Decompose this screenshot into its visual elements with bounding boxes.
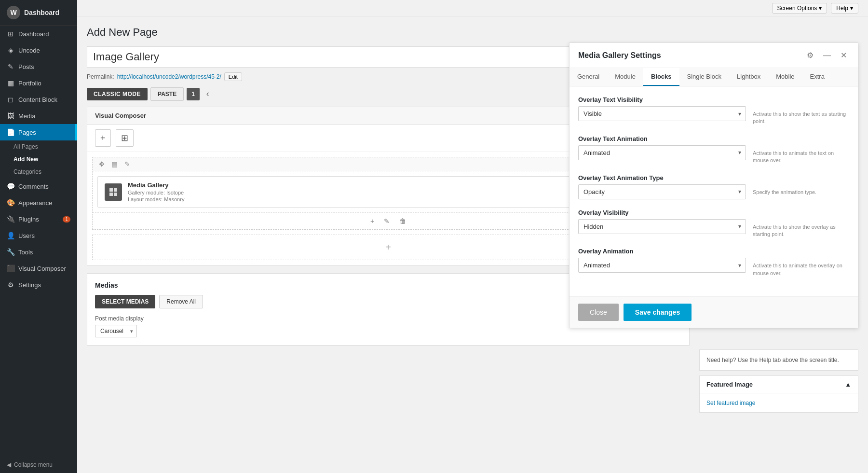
overlay-text-animation-select[interactable]: Animated None bbox=[578, 145, 746, 160]
sidebar-item-plugins[interactable]: 🔌 Plugins 1 bbox=[0, 211, 77, 227]
classic-mode-btn[interactable]: CLASSIC MODE bbox=[87, 88, 148, 100]
sidebar-item-comments[interactable]: 💬 Comments bbox=[0, 178, 77, 195]
collapse-menu-btn[interactable]: ◀ Collapse menu bbox=[0, 457, 77, 473]
svg-rect-2 bbox=[109, 193, 113, 196]
mgs-settings-icon-btn[interactable]: ⚙ bbox=[804, 50, 816, 61]
wp-logo-icon: W bbox=[7, 6, 20, 19]
mgs-minimize-btn[interactable]: — bbox=[821, 50, 833, 61]
sidebar-sub-categories[interactable]: Categories bbox=[0, 166, 77, 178]
sidebar-item-tools[interactable]: 🔧 Tools bbox=[0, 244, 77, 260]
paste-count-badge: 1 bbox=[187, 88, 200, 100]
page-heading: Add New Page bbox=[87, 26, 690, 39]
permalink-label: Permalink: bbox=[87, 73, 114, 80]
overlay-visibility-wrapper: Hidden Visible bbox=[578, 219, 746, 234]
mgs-tab-mobile[interactable]: Mobile bbox=[768, 68, 802, 86]
mgs-field-overlay-visibility: Overlay Visibility Hidden Visible Activa… bbox=[578, 209, 849, 238]
sidebar-item-visual-composer[interactable]: ⬛ Visual Composer bbox=[0, 260, 77, 277]
paste-btn[interactable]: PASTE bbox=[150, 87, 184, 101]
help-chevron-icon: ▾ bbox=[850, 5, 853, 12]
mgs-tab-blocks[interactable]: Blocks bbox=[643, 68, 679, 86]
post-media-display-dropdown[interactable]: Carousel Slider Grid bbox=[95, 325, 137, 337]
pages-icon: 📄 bbox=[7, 128, 14, 136]
sidebar-item-label: Content Block bbox=[18, 96, 57, 103]
sidebar-logo-label: Dashboard bbox=[24, 9, 59, 16]
right-sidebar: Media Gallery Settings ⚙ — ✕ bbox=[699, 26, 858, 463]
overlay-text-animation-hint: Activate this to animate the text on mou… bbox=[753, 135, 849, 165]
sidebar-item-label: Posts bbox=[18, 63, 34, 70]
sidebar-item-content-block[interactable]: ◻ Content Block bbox=[0, 91, 77, 108]
mgs-tab-module[interactable]: Module bbox=[607, 68, 643, 86]
overlay-text-animation-type-label: Overlay Text Animation Type bbox=[578, 174, 746, 181]
vc-col-add-btn[interactable]: + bbox=[367, 216, 377, 226]
vc-col-edit-btn[interactable]: ✎ bbox=[381, 216, 393, 226]
sidebar-item-users[interactable]: 👤 Users bbox=[0, 227, 77, 244]
mgs-field-overlay-text-animation: Overlay Text Animation Animated None Act… bbox=[578, 135, 849, 165]
media-icon: 🖼 bbox=[7, 112, 14, 120]
sidebar-item-uncode[interactable]: ◈ Uncode bbox=[0, 42, 77, 58]
vc-grid-btn[interactable]: ⊞ bbox=[116, 129, 134, 147]
vc-add-element-btn[interactable]: + bbox=[95, 129, 111, 147]
uncode-icon: ◈ bbox=[7, 46, 14, 54]
sidebar-item-settings[interactable]: ⚙ Settings bbox=[0, 277, 77, 293]
overlay-text-animation-type-select[interactable]: Opacity Slide Zoom bbox=[578, 184, 746, 199]
main-area: Screen Options ▾ Help ▾ Add New Page Per… bbox=[77, 0, 868, 473]
overlay-text-animation-type-hint: Specify the animation type. bbox=[753, 174, 849, 196]
mgs-tab-extra[interactable]: Extra bbox=[802, 68, 832, 86]
add-row-plus-icon: + bbox=[385, 242, 391, 253]
remove-all-btn[interactable]: Remove All bbox=[159, 295, 203, 308]
vc-element-title: Media Gallery bbox=[128, 181, 184, 189]
sidebar-item-dashboard[interactable]: ⊞ Dashboard bbox=[0, 26, 77, 42]
overlay-text-visibility-select[interactable]: Visible Hidden bbox=[578, 106, 746, 121]
help-panel-body: Need help? Use the Help tab above the sc… bbox=[700, 350, 858, 370]
mgs-close-btn[interactable]: Close bbox=[578, 304, 619, 321]
svg-rect-3 bbox=[114, 193, 117, 196]
help-panel: Need help? Use the Help tab above the sc… bbox=[699, 349, 858, 371]
vc-element-meta2: Layout modes: Masonry bbox=[128, 196, 184, 202]
permalink-link[interactable]: http://localhost/uncode2/wordpress/45-2/ bbox=[117, 73, 221, 80]
post-media-display-dropdown-wrapper: Carousel Slider Grid bbox=[95, 325, 137, 337]
mgs-tab-lightbox[interactable]: Lightbox bbox=[729, 68, 768, 86]
back-btn[interactable]: ‹ bbox=[203, 87, 213, 101]
sidebar-sub-add-new[interactable]: Add New bbox=[0, 153, 77, 166]
select-medias-btn[interactable]: SELECT MEDIAS bbox=[95, 295, 155, 308]
overlay-animation-label: Overlay Animation bbox=[578, 248, 746, 255]
help-btn[interactable]: Help ▾ bbox=[831, 3, 858, 14]
mgs-footer: Close Save changes bbox=[570, 296, 858, 328]
vc-row-move-btn[interactable]: ✥ bbox=[96, 159, 107, 169]
sidebar-sub-all-pages[interactable]: All Pages bbox=[0, 140, 77, 153]
users-icon: 👤 bbox=[7, 232, 14, 239]
sidebar-item-portfolio[interactable]: ▦ Portfolio bbox=[0, 75, 77, 91]
page-content: Add New Page Permalink: http://localhost… bbox=[77, 16, 868, 473]
sidebar-item-posts[interactable]: ✎ Posts bbox=[0, 58, 77, 75]
sidebar-item-appearance[interactable]: 🎨 Appearance bbox=[0, 195, 77, 211]
layout-modes-value: Masonry bbox=[164, 196, 184, 202]
sidebar-item-label: Portfolio bbox=[18, 80, 41, 87]
mgs-field-overlay-text-visibility: Overlay Text Visibility Visible Hidden A… bbox=[578, 96, 849, 125]
overlay-visibility-select[interactable]: Hidden Visible bbox=[578, 219, 746, 234]
overlay-animation-select[interactable]: Animated None bbox=[578, 258, 746, 273]
vc-row-edit-btn[interactable]: ✎ bbox=[122, 159, 133, 169]
mgs-close-icon-btn[interactable]: ✕ bbox=[838, 50, 849, 61]
vc-row-settings-btn[interactable]: ▤ bbox=[109, 159, 120, 169]
permalink-edit-btn[interactable]: Edit bbox=[224, 72, 242, 81]
set-featured-image-link[interactable]: Set featured image bbox=[706, 400, 755, 406]
mgs-tab-general[interactable]: General bbox=[570, 68, 607, 86]
sidebar-item-media[interactable]: 🖼 Media bbox=[0, 108, 77, 124]
mgs-title: Media Gallery Settings bbox=[578, 51, 661, 60]
screen-options-btn[interactable]: Screen Options ▾ bbox=[772, 3, 827, 14]
vc-element-meta1: Gallery module: Isotope bbox=[128, 190, 184, 195]
gallery-module-label: Gallery module: bbox=[128, 190, 165, 195]
featured-image-panel-header[interactable]: Featured Image ▲ bbox=[700, 376, 858, 393]
minimize-icon: — bbox=[823, 51, 831, 59]
sidebar-item-label: Visual Composer bbox=[18, 265, 66, 272]
mgs-field-overlay-text-animation-type: Overlay Text Animation Type Opacity Slid… bbox=[578, 174, 849, 199]
back-arrow-icon: ‹ bbox=[206, 89, 209, 98]
vc-col-delete-btn[interactable]: 🗑 bbox=[396, 216, 409, 226]
mgs-header-actions: ⚙ — ✕ bbox=[804, 50, 849, 61]
close-icon: ✕ bbox=[841, 51, 847, 59]
mgs-save-btn[interactable]: Save changes bbox=[624, 304, 692, 321]
media-gallery-element-icon bbox=[105, 183, 122, 201]
overlay-text-animation-type-wrapper: Opacity Slide Zoom bbox=[578, 184, 746, 199]
mgs-tab-single-block[interactable]: Single Block bbox=[679, 68, 730, 86]
sidebar-item-pages[interactable]: 📄 Pages bbox=[0, 124, 77, 140]
